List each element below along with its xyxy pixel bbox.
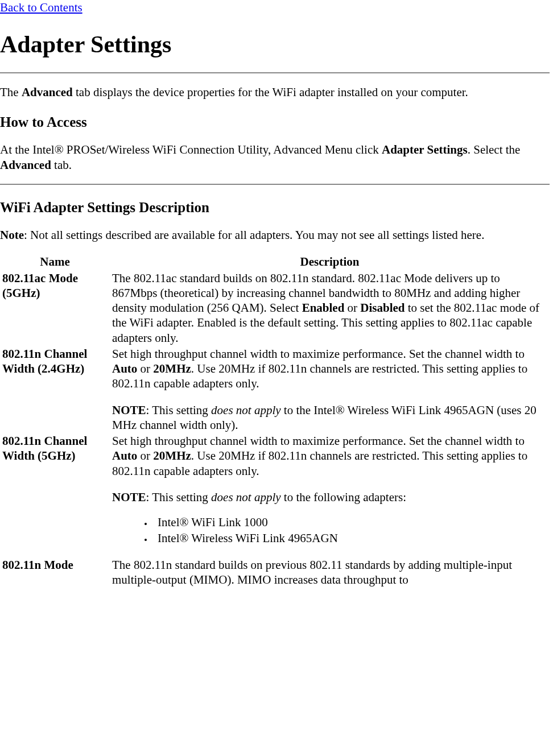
page-title: Adapter Settings xyxy=(0,30,550,60)
hta-bold2: Advanced xyxy=(0,158,51,172)
ac-p1b: or xyxy=(344,301,360,315)
n24-note-a: : This setting xyxy=(146,403,212,417)
hta-post: tab. xyxy=(51,158,72,172)
table-row: 802.11n Channel Width (2.4GHz) Set high … xyxy=(0,346,550,433)
nmode-p1: The 802.11n standard builds on previous … xyxy=(112,558,512,586)
intro-paragraph: The Advanced tab displays the device pro… xyxy=(0,85,550,100)
n5-note-b: NOTE xyxy=(112,490,146,504)
hta-bold1: Adapter Settings xyxy=(382,143,468,156)
n5-note: NOTE: This setting does not apply to the… xyxy=(112,490,547,505)
n5-note-a: : This setting xyxy=(146,490,212,504)
hta-mid: . Select the xyxy=(468,143,521,156)
hta-pre: At the Intel® PROSet/Wireless WiFi Conne… xyxy=(0,143,382,156)
list-item: Intel® Wireless WiFi Link 4965AGN xyxy=(153,531,547,546)
n24-note-b: NOTE xyxy=(112,403,146,417)
n5-adapter-list: Intel® WiFi Link 1000 Intel® Wireless Wi… xyxy=(112,515,547,546)
intro-pre: The xyxy=(0,85,22,99)
table-header-row: Name Description xyxy=(0,254,550,270)
divider-top xyxy=(0,72,550,73)
ac-b2: Disabled xyxy=(360,301,405,315)
n5-b1: Auto xyxy=(112,449,137,462)
n5-p1b: or xyxy=(137,449,153,462)
table-row: 802.11ac Mode (5GHz) The 802.11ac standa… xyxy=(0,270,550,346)
n5-p1a: Set high throughput channel width to max… xyxy=(112,434,525,448)
note-text: : Not all settings described are availab… xyxy=(24,228,484,242)
n24-note: NOTE: This setting does not apply to the… xyxy=(112,403,547,433)
header-name: Name xyxy=(0,254,110,270)
row-name-ac-mode: 802.11ac Mode (5GHz) xyxy=(0,270,110,346)
settings-desc-heading: WiFi Adapter Settings Description xyxy=(0,199,550,216)
n24-b1: Auto xyxy=(112,362,137,375)
intro-post: tab displays the device properties for t… xyxy=(73,85,468,99)
settings-table: Name Description 802.11ac Mode (5GHz) Th… xyxy=(0,254,550,588)
header-desc: Description xyxy=(110,254,550,270)
row-desc-nmode: The 802.11n standard builds on previous … xyxy=(110,557,550,588)
settings-note: Note: Not all settings described are ava… xyxy=(0,228,550,242)
row-name-nmode: 802.11n Mode xyxy=(0,557,110,588)
intro-bold: Advanced xyxy=(22,85,73,99)
row-desc-n24: Set high throughput channel width to max… xyxy=(110,346,550,433)
row-desc-ac-mode: The 802.11ac standard builds on 802.11n … xyxy=(110,270,550,346)
row-name-n24: 802.11n Channel Width (2.4GHz) xyxy=(0,346,110,433)
row-desc-n5: Set high throughput channel width to max… xyxy=(110,433,550,557)
table-row: 802.11n Mode The 802.11n standard builds… xyxy=(0,557,550,588)
how-to-access-heading: How to Access xyxy=(0,113,550,131)
divider-mid xyxy=(0,184,550,185)
row-name-n5: 802.11n Channel Width (5GHz) xyxy=(0,433,110,557)
n24-p1a: Set high throughput channel width to max… xyxy=(112,347,525,361)
n24-p1b: or xyxy=(137,362,153,375)
n24-b2: 20MHz xyxy=(153,362,191,375)
table-row: 802.11n Channel Width (5GHz) Set high th… xyxy=(0,433,550,557)
n5-b2: 20MHz xyxy=(153,449,191,462)
list-item: Intel® WiFi Link 1000 xyxy=(153,515,547,530)
ac-b1: Enabled xyxy=(302,301,345,315)
how-to-access-paragraph: At the Intel® PROSet/Wireless WiFi Conne… xyxy=(0,142,550,172)
n5-note-c: to the following adapters: xyxy=(281,490,406,504)
n24-note-i: does not apply xyxy=(211,403,280,417)
back-to-contents-link[interactable]: Back to Contents xyxy=(0,1,82,14)
note-label: Note xyxy=(0,228,24,242)
n5-note-i: does not apply xyxy=(211,490,280,504)
